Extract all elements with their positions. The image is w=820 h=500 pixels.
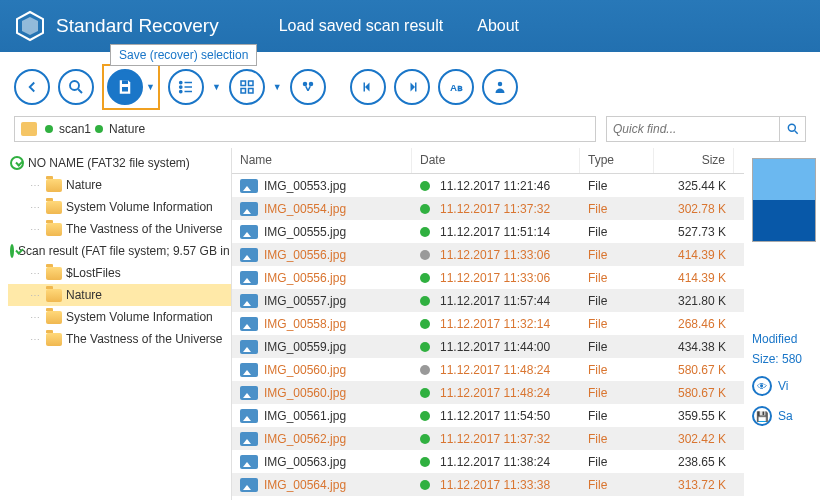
tree-node[interactable]: ⋯$LostFiles xyxy=(8,262,231,284)
preview-modified-label: Modified xyxy=(752,332,820,346)
svg-point-6 xyxy=(180,86,182,88)
svg-point-7 xyxy=(180,90,182,92)
file-row[interactable]: IMG_00560.jpg11.12.2017 11:48:24File580.… xyxy=(232,358,744,381)
file-type: File xyxy=(580,294,654,308)
list-dropdown-icon[interactable]: ▼ xyxy=(212,82,221,92)
scan-button[interactable] xyxy=(58,69,94,105)
tree-node[interactable]: ⋯System Volume Information xyxy=(8,196,231,218)
file-type: File xyxy=(580,340,654,354)
file-row[interactable]: IMG_00563.jpg11.12.2017 11:38:24File238.… xyxy=(232,450,744,473)
file-date: 11.12.2017 11:51:14 xyxy=(440,225,550,239)
tree-node[interactable]: ⋯The Vastness of the Universe xyxy=(8,218,231,240)
view-dropdown-icon[interactable]: ▼ xyxy=(273,82,282,92)
folder-icon xyxy=(46,223,62,236)
file-type: File xyxy=(580,455,654,469)
save-button[interactable] xyxy=(107,69,143,105)
file-date: 11.12.2017 11:54:50 xyxy=(440,409,550,423)
file-row[interactable]: IMG_00554.jpg11.12.2017 11:37:32File302.… xyxy=(232,197,744,220)
image-file-icon xyxy=(240,386,258,400)
svg-rect-4 xyxy=(122,87,128,92)
file-type: File xyxy=(580,432,654,446)
file-type: File xyxy=(580,179,654,193)
file-type: File xyxy=(580,317,654,331)
svg-rect-11 xyxy=(241,81,246,86)
folder-icon xyxy=(46,289,62,302)
image-file-icon xyxy=(240,179,258,193)
status-dot-icon xyxy=(420,342,430,352)
file-date: 11.12.2017 11:37:32 xyxy=(440,202,550,216)
file-row[interactable]: IMG_00562.jpg11.12.2017 11:37:32File302.… xyxy=(232,427,744,450)
file-date: 11.12.2017 11:21:46 xyxy=(440,179,550,193)
file-row[interactable]: IMG_00556.jpg11.12.2017 11:33:06File414.… xyxy=(232,243,744,266)
status-dot-icon xyxy=(420,434,430,444)
tree-node[interactable]: ⋯Nature xyxy=(8,174,231,196)
list-button[interactable] xyxy=(168,69,204,105)
file-size: 302.42 K xyxy=(654,432,734,446)
tree-node-selected[interactable]: ⋯Nature xyxy=(8,284,231,306)
file-size: 414.39 K xyxy=(654,248,734,262)
file-date: 11.12.2017 11:44:00 xyxy=(440,340,550,354)
image-file-icon xyxy=(240,225,258,239)
col-size[interactable]: Size xyxy=(654,148,734,173)
breadcrumb[interactable]: scan1 Nature xyxy=(14,116,596,142)
file-name: IMG_00556.jpg xyxy=(264,271,346,285)
tree-root-scanresult[interactable]: Scan result (FAT file system; 9.57 GB in… xyxy=(8,240,231,262)
tree-node[interactable]: ⋯The Vastness of the Universe xyxy=(8,328,231,350)
image-file-icon xyxy=(240,294,258,308)
tree-node[interactable]: ⋯System Volume Information xyxy=(8,306,231,328)
col-date[interactable]: Date xyxy=(412,148,580,173)
file-row[interactable]: IMG_00557.jpg11.12.2017 11:57:44File321.… xyxy=(232,289,744,312)
find-button[interactable] xyxy=(290,69,326,105)
view-grid-button[interactable] xyxy=(229,69,265,105)
file-name: IMG_00559.jpg xyxy=(264,340,346,354)
preview-save-button[interactable]: 💾Sa xyxy=(752,406,820,426)
breadcrumb-item: scan1 xyxy=(59,122,91,136)
file-date: 11.12.2017 11:48:24 xyxy=(440,386,550,400)
svg-rect-17 xyxy=(363,83,365,92)
file-row[interactable]: IMG_00561.jpg11.12.2017 11:54:50File359.… xyxy=(232,404,744,427)
file-date: 11.12.2017 11:37:32 xyxy=(440,432,550,446)
file-row[interactable]: IMG_00564.jpg11.12.2017 11:33:38File313.… xyxy=(232,473,744,496)
preview-pane: Modified Size: 580 👁Vi 💾Sa xyxy=(744,148,820,500)
menu-load-scan[interactable]: Load saved scan result xyxy=(279,17,444,35)
file-row[interactable]: IMG_00553.jpg11.12.2017 11:21:46File325.… xyxy=(232,174,744,197)
file-size: 434.38 K xyxy=(654,340,734,354)
file-row[interactable]: IMG_00564.jpg11.12.2017 11:33:38File313.… xyxy=(232,496,744,500)
file-list-header: Name Date Type Size xyxy=(232,148,744,174)
file-row[interactable]: IMG_00556.jpg11.12.2017 11:33:06File414.… xyxy=(232,266,744,289)
file-row[interactable]: IMG_00558.jpg11.12.2017 11:32:14File268.… xyxy=(232,312,744,335)
svg-point-20 xyxy=(498,82,503,87)
file-row[interactable]: IMG_00555.jpg11.12.2017 11:51:14File527.… xyxy=(232,220,744,243)
image-file-icon xyxy=(240,202,258,216)
user-button[interactable] xyxy=(482,69,518,105)
next-button[interactable] xyxy=(394,69,430,105)
image-file-icon xyxy=(240,340,258,354)
quick-find-input[interactable] xyxy=(607,122,779,136)
preview-view-button[interactable]: 👁Vi xyxy=(752,376,820,396)
status-dot-icon xyxy=(45,125,53,133)
col-type[interactable]: Type xyxy=(580,148,654,173)
prev-button[interactable] xyxy=(350,69,386,105)
file-row[interactable]: IMG_00559.jpg11.12.2017 11:44:00File434.… xyxy=(232,335,744,358)
preview-size-label: Size: 580 xyxy=(752,352,820,366)
disk-icon xyxy=(10,156,24,170)
image-file-icon xyxy=(240,271,258,285)
file-size: 238.65 K xyxy=(654,455,734,469)
svg-point-16 xyxy=(309,82,314,87)
col-name[interactable]: Name xyxy=(232,148,412,173)
file-row[interactable]: IMG_00560.jpg11.12.2017 11:48:24File580.… xyxy=(232,381,744,404)
menu-about[interactable]: About xyxy=(477,17,519,35)
svg-rect-13 xyxy=(241,89,246,94)
status-dot-icon xyxy=(420,227,430,237)
text-case-button[interactable]: Aʙ xyxy=(438,69,474,105)
file-size: 580.67 K xyxy=(654,363,734,377)
svg-marker-1 xyxy=(22,17,38,35)
tree-root-noname[interactable]: NO NAME (FAT32 file system) xyxy=(8,152,231,174)
file-name: IMG_00562.jpg xyxy=(264,432,346,446)
file-type: File xyxy=(580,271,654,285)
file-type: File xyxy=(580,202,654,216)
save-dropdown-icon[interactable]: ▼ xyxy=(146,82,155,92)
back-button[interactable] xyxy=(14,69,50,105)
breadcrumb-item: Nature xyxy=(109,122,145,136)
quick-find-button[interactable] xyxy=(779,117,805,141)
